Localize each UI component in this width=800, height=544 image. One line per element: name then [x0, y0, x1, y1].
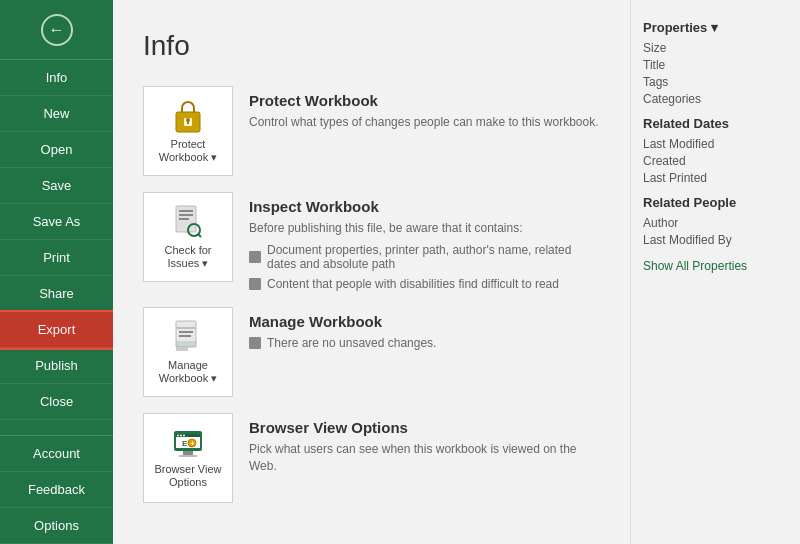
show-all-properties-link[interactable]: Show All Properties: [643, 259, 788, 273]
bullet-icon: [249, 251, 261, 263]
sidebar-item-publish[interactable]: Publish: [0, 348, 113, 384]
main-content: Info ProtectWorkbook ▾Protect WorkbookCo…: [113, 0, 800, 544]
card-inspect-workbook: Check forIssues ▾Inspect WorkbookBefore …: [143, 192, 600, 291]
card-icon-label-manage-workbook: ManageWorkbook ▾: [159, 359, 217, 385]
bullet-icon: [249, 337, 261, 349]
card-title-manage-workbook: Manage Workbook: [249, 313, 436, 330]
people-label-author: Author: [643, 216, 788, 230]
sidebar-item-export[interactable]: Export: [0, 312, 113, 348]
related-dates-section-title: Related Dates: [643, 116, 788, 131]
prop-label-categories: Categories: [643, 92, 788, 106]
sidebar: ← InfoNewOpenSaveSave AsPrintShareExport…: [0, 0, 113, 544]
card-browser-view-options: E + Browser ViewOptionsBrowser View Opti…: [143, 413, 600, 503]
card-icon-browser-view-options[interactable]: E + Browser ViewOptions: [143, 413, 233, 503]
prop-label-size: Size: [643, 41, 788, 55]
properties-section-title: Properties ▾: [643, 20, 788, 35]
prop-label-title: Title: [643, 58, 788, 72]
bullet-icon: [249, 278, 261, 290]
card-title-protect-workbook: Protect Workbook: [249, 92, 599, 109]
card-text-protect-workbook: Protect WorkbookControl what types of ch…: [249, 86, 599, 131]
card-sub-inspect-workbook-0: Document properties, printer path, autho…: [249, 243, 600, 271]
date-label-last-modified: Last Modified: [643, 137, 788, 151]
card-desc-protect-workbook: Control what types of changes people can…: [249, 114, 599, 131]
related-people-section-title: Related People: [643, 195, 788, 210]
card-sub-text-manage-workbook-0: There are no unsaved changes.: [267, 336, 436, 350]
svg-rect-7: [179, 218, 189, 220]
card-icon-label-inspect-workbook: Check forIssues ▾: [164, 244, 211, 270]
svg-rect-11: [176, 327, 196, 329]
prop-label-tags: Tags: [643, 75, 788, 89]
people-label-last-modified-by: Last Modified By: [643, 233, 788, 247]
back-button[interactable]: ←: [0, 0, 113, 60]
card-sub-text-inspect-workbook-0: Document properties, printer path, autho…: [267, 243, 600, 271]
svg-rect-6: [179, 214, 193, 216]
card-sub-inspect-workbook-1: Content that people with disabilities fi…: [249, 277, 600, 291]
card-title-inspect-workbook: Inspect Workbook: [249, 198, 600, 215]
card-text-manage-workbook: Manage WorkbookThere are no unsaved chan…: [249, 307, 436, 350]
svg-rect-23: [179, 455, 197, 457]
properties-panel: Properties ▾ SizeTitleTagsCategories Rel…: [630, 0, 800, 544]
card-sub-manage-workbook-0: There are no unsaved changes.: [249, 336, 436, 350]
svg-text:+: +: [191, 439, 195, 446]
svg-rect-13: [179, 335, 191, 337]
date-label-created: Created: [643, 154, 788, 168]
svg-rect-3: [187, 120, 189, 124]
svg-point-21: [183, 434, 185, 436]
sidebar-item-feedback[interactable]: Feedback: [0, 472, 113, 508]
card-icon-label-browser-view-options: Browser ViewOptions: [154, 463, 221, 489]
card-protect-workbook: ProtectWorkbook ▾Protect WorkbookControl…: [143, 86, 600, 176]
sidebar-item-options[interactable]: Options: [0, 508, 113, 544]
sidebar-item-new[interactable]: New: [0, 96, 113, 132]
sidebar-item-close[interactable]: Close: [0, 384, 113, 420]
main-area: Info ProtectWorkbook ▾Protect WorkbookCo…: [113, 0, 800, 544]
svg-rect-5: [179, 210, 193, 212]
card-desc-browser-view-options: Pick what users can see when this workbo…: [249, 441, 600, 475]
date-label-last-printed: Last Printed: [643, 171, 788, 185]
card-icon-label-protect-workbook: ProtectWorkbook ▾: [159, 138, 217, 164]
back-arrow-icon: ←: [41, 14, 73, 46]
card-text-inspect-workbook: Inspect WorkbookBefore publishing this f…: [249, 192, 600, 291]
card-title-browser-view-options: Browser View Options: [249, 419, 600, 436]
svg-rect-14: [176, 341, 196, 347]
page-title: Info: [143, 30, 600, 62]
info-panel: Info ProtectWorkbook ▾Protect WorkbookCo…: [113, 0, 630, 544]
svg-rect-15: [176, 347, 188, 351]
svg-text:E: E: [182, 439, 188, 448]
sidebar-item-save-as[interactable]: Save As: [0, 204, 113, 240]
card-manage-workbook: ManageWorkbook ▾Manage WorkbookThere are…: [143, 307, 600, 397]
svg-point-19: [177, 434, 179, 436]
sidebar-item-open[interactable]: Open: [0, 132, 113, 168]
svg-line-9: [199, 234, 202, 237]
card-icon-protect-workbook[interactable]: ProtectWorkbook ▾: [143, 86, 233, 176]
sidebar-item-print[interactable]: Print: [0, 240, 113, 276]
sidebar-item-share[interactable]: Share: [0, 276, 113, 312]
svg-rect-18: [176, 434, 200, 437]
card-desc-inspect-workbook: Before publishing this file, be aware th…: [249, 220, 600, 237]
card-text-browser-view-options: Browser View OptionsPick what users can …: [249, 413, 600, 475]
sidebar-item-save[interactable]: Save: [0, 168, 113, 204]
sidebar-item-info[interactable]: Info: [0, 60, 113, 96]
svg-point-20: [180, 434, 182, 436]
card-sub-text-inspect-workbook-1: Content that people with disabilities fi…: [267, 277, 559, 291]
sidebar-item-account[interactable]: Account: [0, 436, 113, 472]
svg-rect-22: [183, 451, 193, 455]
svg-rect-12: [179, 331, 193, 333]
card-icon-inspect-workbook[interactable]: Check forIssues ▾: [143, 192, 233, 282]
card-icon-manage-workbook[interactable]: ManageWorkbook ▾: [143, 307, 233, 397]
